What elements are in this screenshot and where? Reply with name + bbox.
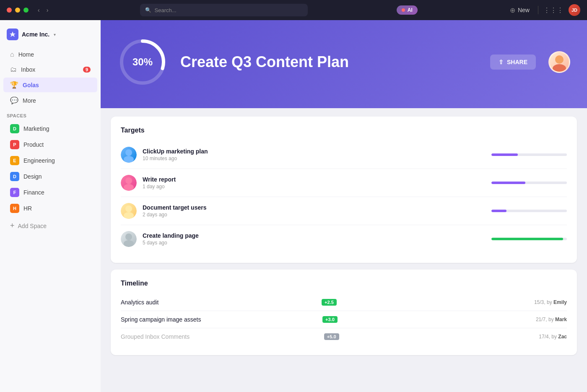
share-button[interactable]: ⇧ SHARE xyxy=(490,55,536,70)
topbar-right: ⊕ New ⋮⋮⋮ JD xyxy=(506,4,580,16)
design-label: Design xyxy=(23,173,42,180)
inbox-label: Inbox xyxy=(21,66,79,73)
nav-arrows: ‹ › xyxy=(35,6,51,14)
product-dot: P xyxy=(10,140,19,149)
target-time-3: 2 days ago xyxy=(143,212,486,218)
goal-header: 30% Create Q3 Content Plan ⇧ SHARE xyxy=(101,20,587,108)
sidebar-item-product[interactable]: P Product xyxy=(3,137,97,152)
target-time-2: 1 day ago xyxy=(143,184,486,190)
progress-bar-1 xyxy=(491,153,567,156)
timeline-meta-3: 17/4, by Zac xyxy=(539,334,567,340)
add-space-button[interactable]: + Add Space xyxy=(3,218,97,234)
product-label: Product xyxy=(23,141,44,148)
sidebar-item-goals[interactable]: 🏆 Golas xyxy=(3,78,97,92)
svg-point-7 xyxy=(124,184,134,191)
workspace-name: Acme Inc. xyxy=(22,31,49,38)
target-time-4: 5 days ago xyxy=(143,240,486,246)
target-info-1: ClickUp marketing plan 10 minutes ago xyxy=(143,148,486,161)
svg-point-2 xyxy=(555,55,564,64)
add-icon: + xyxy=(10,221,15,230)
timeline-name-2: Spring campaign image assets xyxy=(121,316,319,323)
goal-title: Create Q3 Content Plan xyxy=(180,53,478,71)
timeline-tag-1: +2.5 xyxy=(322,299,337,306)
workspace-header[interactable]: Acme Inc. ▾ xyxy=(0,25,101,47)
svg-point-3 xyxy=(553,64,566,72)
target-avatar-3 xyxy=(121,203,137,219)
add-space-label: Add Space xyxy=(18,223,47,229)
sidebar-item-design[interactable]: D Design xyxy=(3,169,97,184)
timeline-title: Timeline xyxy=(121,280,567,287)
target-name-2: Write report xyxy=(143,176,486,183)
topbar: ‹ › 🔍 Search... AI ⊕ New ⋮⋮⋮ JD xyxy=(0,0,587,20)
target-info-4: Create landing page 5 days ago xyxy=(143,232,486,246)
target-item: Create landing page 5 days ago xyxy=(121,225,567,253)
window-controls xyxy=(7,8,29,13)
goal-user-avatar[interactable] xyxy=(548,51,570,73)
svg-point-6 xyxy=(125,177,132,184)
user-initials: JD xyxy=(571,8,577,13)
back-arrow[interactable]: ‹ xyxy=(35,6,42,14)
sidebar-item-finance[interactable]: F Finance xyxy=(3,185,97,200)
progress-bar-3 xyxy=(491,210,567,212)
timeline-tag-2: +3.0 xyxy=(322,316,338,323)
progress-circle: 30% xyxy=(117,37,168,87)
forward-arrow[interactable]: › xyxy=(44,6,51,14)
progress-percent: 30% xyxy=(132,56,153,68)
svg-point-4 xyxy=(125,149,132,156)
workspace-logo xyxy=(7,29,18,40)
targets-panel: Targets ClickUp marketing plan 10 xyxy=(111,117,577,263)
target-info-3: Document target users 2 days ago xyxy=(143,204,486,218)
inbox-icon: 🗂 xyxy=(10,66,17,73)
sidebar-item-engineering[interactable]: E Engineering xyxy=(3,153,97,168)
sidebar-item-inbox[interactable]: 🗂 Inbox 9 xyxy=(3,62,97,77)
target-avatar-2 xyxy=(121,175,137,191)
finance-dot: F xyxy=(10,188,19,197)
engineering-label: Engineering xyxy=(23,157,55,164)
main-content: 30% Create Q3 Content Plan ⇧ SHARE Targe… xyxy=(101,20,587,392)
timeline-name-3: Grouped Inbox Comments xyxy=(121,333,321,340)
ai-dot xyxy=(402,8,405,12)
chevron-down-icon: ▾ xyxy=(54,32,56,37)
engineering-dot: E xyxy=(10,156,19,165)
search-icon: 🔍 xyxy=(145,7,151,13)
progress-bar-4 xyxy=(491,238,567,240)
sidebar: Acme Inc. ▾ ⌂ Home 🗂 Inbox 9 🏆 Golas 💬 M… xyxy=(0,20,101,392)
target-name-4: Create landing page xyxy=(143,232,486,239)
timeline-meta-2: 21/7, by Mark xyxy=(536,317,567,322)
target-name-3: Document target users xyxy=(143,204,486,211)
timeline-meta-1: 15/3, by Emily xyxy=(534,299,567,305)
home-label: Home xyxy=(18,51,91,58)
search-bar[interactable]: 🔍 Search... xyxy=(140,4,308,16)
maximize-btn[interactable] xyxy=(23,8,29,13)
spaces-section-label: Spaces xyxy=(0,108,101,121)
user-avatar[interactable]: JD xyxy=(569,4,580,16)
close-btn[interactable] xyxy=(7,8,12,13)
target-time-1: 10 minutes ago xyxy=(143,156,486,161)
grid-icon[interactable]: ⋮⋮⋮ xyxy=(543,6,564,14)
sidebar-item-more[interactable]: 💬 More xyxy=(3,93,97,108)
targets-title: Targets xyxy=(121,127,567,134)
timeline-item: Analytics audit +2.5 15/3, by Emily xyxy=(121,294,567,311)
new-label: New xyxy=(518,7,530,13)
share-icon: ⇧ xyxy=(499,59,504,65)
minimize-btn[interactable] xyxy=(15,8,20,13)
svg-point-9 xyxy=(124,212,134,219)
timeline-item: Grouped Inbox Comments +5.0 17/4, by Zac xyxy=(121,328,567,345)
progress-bar-2 xyxy=(491,182,567,184)
svg-point-11 xyxy=(124,240,134,247)
ai-button[interactable]: AI xyxy=(397,5,418,15)
finance-label: Finance xyxy=(23,189,44,196)
sidebar-item-hr[interactable]: H HR xyxy=(3,201,97,216)
ai-label: AI xyxy=(408,7,413,13)
timeline-name-1: Analytics audit xyxy=(121,299,318,306)
marketing-dot: D xyxy=(10,124,19,133)
design-dot: D xyxy=(10,172,19,181)
goals-label: Golas xyxy=(23,82,91,88)
sidebar-item-home[interactable]: ⌂ Home xyxy=(3,47,97,62)
content-panels: Targets ClickUp marketing plan 10 xyxy=(101,108,587,363)
new-button[interactable]: ⊕ New xyxy=(506,5,533,16)
more-icon: 💬 xyxy=(10,96,18,104)
target-item: Document target users 2 days ago xyxy=(121,197,567,225)
sidebar-item-marketing[interactable]: D Marketing xyxy=(3,121,97,136)
svg-point-8 xyxy=(125,205,132,212)
